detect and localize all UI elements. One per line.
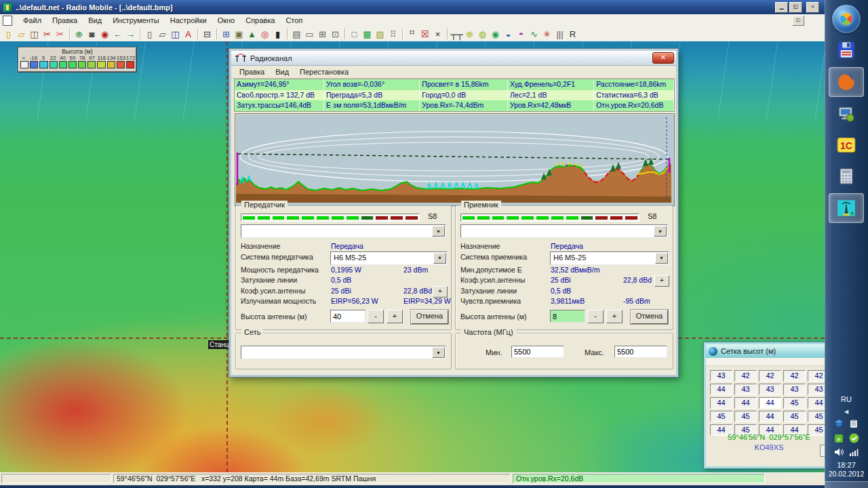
tx-station-combo[interactable]: Станция 22 ▼ bbox=[241, 224, 446, 238]
rx-cancel-button[interactable]: Отмена bbox=[631, 310, 668, 324]
minimize-button[interactable]: ▁ bbox=[775, 2, 788, 13]
height-cell[interactable]: 44 bbox=[759, 411, 781, 422]
map-world-button[interactable]: ◉ bbox=[98, 28, 111, 41]
height-cell[interactable]: 44 bbox=[710, 384, 732, 395]
add-unit-button[interactable]: ✂ bbox=[54, 28, 66, 41]
merge-pictures-button[interactable]: ⊞ bbox=[316, 28, 329, 41]
tx-antenna-height-input[interactable] bbox=[330, 310, 366, 323]
print-button[interactable]: ⊟ bbox=[201, 28, 214, 41]
selection-button[interactable]: ▭ bbox=[303, 28, 316, 41]
menu-options[interactable]: Настройки bbox=[165, 16, 212, 24]
station-label[interactable]: Станц bbox=[208, 340, 231, 349]
mdi-restore-button[interactable]: ◱ bbox=[792, 16, 804, 26]
menu-window[interactable]: Окно bbox=[212, 16, 241, 24]
draw-objects-button[interactable]: ▲ bbox=[245, 28, 258, 41]
tx-cancel-button[interactable]: Отмена bbox=[411, 310, 448, 324]
height-cell[interactable]: 45 bbox=[783, 411, 806, 422]
menu-stop[interactable]: Стоп bbox=[280, 16, 308, 24]
date[interactable]: 20.02.2012 bbox=[825, 470, 868, 479]
align-units-button[interactable]: ⠛ bbox=[406, 28, 418, 41]
menu-edit[interactable]: Правка bbox=[47, 16, 83, 24]
rx-gain-plus-button[interactable]: + bbox=[654, 275, 669, 287]
delete-unit-button[interactable]: ☒ bbox=[418, 28, 431, 41]
radio-link-button[interactable]: ┬┬ bbox=[450, 28, 463, 41]
best-site-button[interactable]: ◓ bbox=[515, 28, 528, 41]
chevron-down-icon[interactable]: ▼ bbox=[654, 226, 667, 237]
networks-properties-button[interactable]: ◫ bbox=[28, 28, 41, 41]
network-signal-icon[interactable] bbox=[849, 448, 859, 456]
map-view-button[interactable]: ▦ bbox=[361, 28, 374, 41]
skype-status-icon[interactable] bbox=[849, 433, 859, 443]
chevron-down-icon[interactable]: ▼ bbox=[655, 253, 668, 264]
taskbar-item-radio-mobile[interactable] bbox=[829, 193, 864, 223]
dialog-menu-edit[interactable]: Правка bbox=[234, 68, 270, 76]
freq-min-input[interactable] bbox=[511, 346, 564, 358]
taskbar-item-floppy[interactable] bbox=[829, 36, 863, 64]
signal-chart-button[interactable]: ∿ bbox=[528, 28, 540, 41]
tx-gain-plus-button[interactable]: + bbox=[433, 286, 448, 298]
freq-max-input[interactable] bbox=[614, 346, 667, 358]
grayscale-button[interactable]: ▮ bbox=[271, 28, 284, 41]
tx-height-minus-button[interactable]: - bbox=[368, 310, 384, 323]
new-picture-button[interactable]: ▯ bbox=[143, 28, 156, 41]
open-networks-file-button[interactable]: ▱ bbox=[15, 28, 28, 41]
dialog-menu-swap[interactable]: Перестановка bbox=[294, 68, 354, 76]
rx-height-minus-button[interactable]: - bbox=[587, 310, 604, 323]
single-coverage-button[interactable]: ⊕ bbox=[463, 28, 476, 41]
profile-chart[interactable] bbox=[235, 113, 675, 207]
view-forward-button[interactable]: → bbox=[124, 28, 137, 41]
menu-help[interactable]: Справка bbox=[240, 16, 280, 24]
antivirus-icon[interactable]: e bbox=[834, 434, 844, 443]
menu-file[interactable]: Файл bbox=[18, 16, 47, 24]
show-desktop-button[interactable] bbox=[825, 481, 868, 488]
taskbar-item-firefox[interactable] bbox=[829, 67, 864, 97]
copy-button[interactable]: ⊞ bbox=[220, 28, 233, 41]
clock[interactable]: 18:27 bbox=[825, 461, 868, 470]
close-picture-button[interactable]: × bbox=[431, 28, 444, 41]
new-networks-file-button[interactable]: ▯ bbox=[2, 28, 15, 41]
rx-height-plus-button[interactable]: + bbox=[606, 310, 623, 323]
start-button[interactable] bbox=[832, 5, 861, 33]
dialog-close-button[interactable]: ✕ bbox=[652, 52, 674, 64]
height-cell[interactable]: 45 bbox=[710, 411, 732, 422]
route-coverage-button[interactable]: ✳ bbox=[540, 28, 553, 41]
report-button[interactable]: R bbox=[566, 28, 579, 41]
height-cell[interactable]: 43 bbox=[710, 370, 732, 382]
tx-height-plus-button[interactable]: + bbox=[387, 310, 403, 323]
target-button[interactable]: ◎ bbox=[258, 28, 271, 41]
save-picture-button[interactable]: ◫ bbox=[169, 28, 182, 41]
pattern-view-button[interactable]: ||| bbox=[553, 28, 566, 41]
clipboard-icon[interactable] bbox=[849, 419, 859, 428]
chevron-down-icon[interactable]: ▼ bbox=[432, 226, 445, 237]
close-button[interactable]: × bbox=[806, 2, 819, 13]
chevron-down-icon[interactable]: ▼ bbox=[433, 253, 446, 264]
rx-station-combo[interactable]: Станция 23 ▼ bbox=[460, 224, 668, 238]
height-cell[interactable]: 42 bbox=[759, 370, 781, 382]
network-combo[interactable]: Сеть 2 ▼ bbox=[241, 346, 446, 359]
tx-system-combo[interactable]: H6 M5-25▼ bbox=[330, 251, 448, 265]
taskbar-item-calculator[interactable] bbox=[829, 162, 863, 190]
menu-view[interactable]: Вид bbox=[83, 16, 107, 24]
unit-properties-button[interactable]: ✂ bbox=[41, 28, 54, 41]
combined-coverage-button[interactable]: ◍ bbox=[476, 28, 489, 41]
language-indicator[interactable]: RU bbox=[825, 395, 868, 403]
dialog-title-bar[interactable]: Радиоканал ✕ bbox=[231, 51, 676, 66]
height-cell[interactable]: 44 bbox=[734, 397, 757, 409]
map-extract-button[interactable]: ◙ bbox=[85, 28, 98, 41]
height-cell[interactable]: 43 bbox=[783, 384, 806, 395]
ruler-button[interactable]: ▤ bbox=[290, 28, 303, 41]
polar-coverage-button[interactable]: ◉ bbox=[489, 28, 502, 41]
open-picture-button[interactable]: ▱ bbox=[156, 28, 169, 41]
paste-button[interactable]: ▣ bbox=[233, 28, 245, 41]
white-picture-button[interactable]: □ bbox=[348, 28, 361, 41]
tray-expand-icon[interactable]: ◀ bbox=[825, 409, 868, 415]
menu-tools[interactable]: Инструменты bbox=[107, 16, 165, 24]
height-cell[interactable]: 45 bbox=[783, 397, 806, 409]
3d-view-button[interactable]: ◒ bbox=[502, 28, 515, 41]
title-bar[interactable]: ..\default.net - Radio Mobile - [..\defa… bbox=[0, 0, 825, 14]
restore-button[interactable]: ◱ bbox=[789, 2, 802, 13]
picture-view-button[interactable]: ▨ bbox=[374, 28, 387, 41]
height-cell[interactable]: 42 bbox=[734, 370, 757, 382]
map-properties-button[interactable]: ⊕ bbox=[73, 28, 85, 41]
taskbar-item-1c[interactable]: 1С bbox=[829, 131, 863, 159]
